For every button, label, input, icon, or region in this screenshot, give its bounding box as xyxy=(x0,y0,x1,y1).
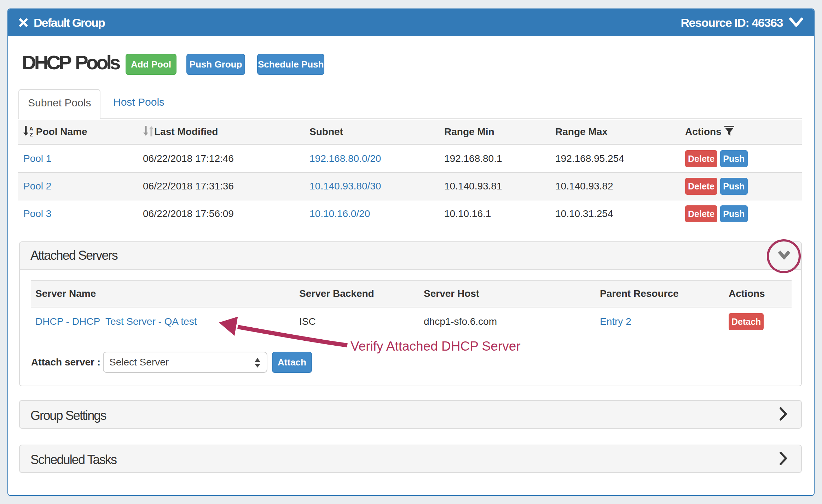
svg-text:Z: Z xyxy=(30,131,33,136)
svg-text:A: A xyxy=(29,126,33,131)
